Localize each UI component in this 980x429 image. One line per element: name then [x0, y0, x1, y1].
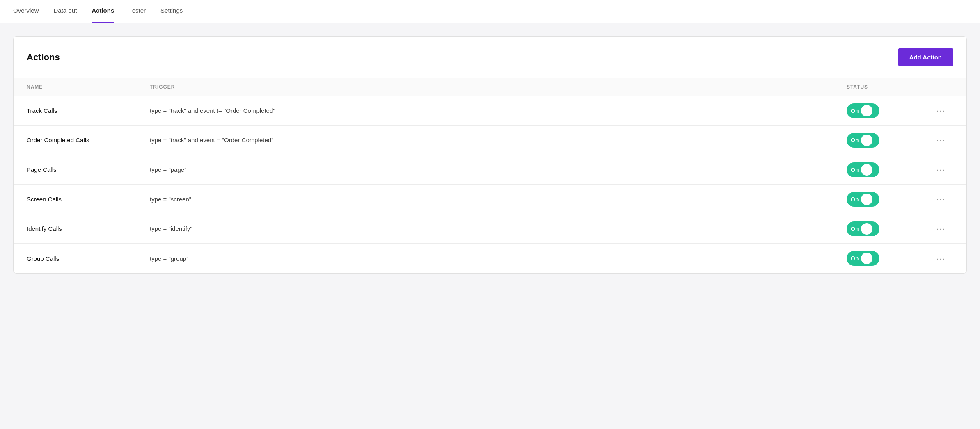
toggle-knob — [861, 135, 872, 146]
more-options-button[interactable]: ··· — [933, 134, 949, 146]
table-row: Order Completed Callstype = "track" and … — [14, 126, 966, 155]
nav-item-overview[interactable]: Overview — [13, 0, 39, 23]
status-toggle[interactable]: On — [847, 221, 879, 236]
toggle-knob — [861, 164, 872, 176]
row-status: On — [847, 162, 929, 177]
more-options-button[interactable]: ··· — [933, 104, 949, 117]
nav-item-data-out[interactable]: Data out — [54, 0, 77, 23]
toggle-knob — [861, 253, 872, 264]
actions-header: Actions Add Action — [14, 37, 966, 78]
table-row: Page Callstype = "page"On··· — [14, 155, 966, 185]
table-row: Identify Callstype = "identify"On··· — [14, 214, 966, 244]
toggle-knob — [861, 194, 872, 205]
nav-item-actions[interactable]: Actions — [92, 0, 114, 23]
more-options-button[interactable]: ··· — [933, 252, 949, 265]
more-options-button[interactable]: ··· — [933, 163, 949, 176]
row-trigger: type = "page" — [150, 166, 847, 173]
toggle-label: On — [851, 107, 859, 114]
toggle-label: On — [851, 255, 859, 262]
row-status: On — [847, 251, 929, 266]
more-options-button[interactable]: ··· — [933, 193, 949, 205]
actions-card: Actions Add Action NAMETRIGGERSTATUS Tra… — [13, 36, 967, 274]
nav-item-tester[interactable]: Tester — [129, 0, 146, 23]
col-header-trigger: TRIGGER — [150, 84, 847, 90]
row-trigger: type = "group" — [150, 255, 847, 262]
row-actions: ··· — [929, 252, 953, 265]
row-actions: ··· — [929, 222, 953, 235]
toggle-knob — [861, 105, 872, 116]
col-header-status: STATUS — [847, 84, 929, 90]
row-status: On — [847, 103, 929, 118]
row-actions: ··· — [929, 163, 953, 176]
row-actions: ··· — [929, 134, 953, 146]
nav-item-settings[interactable]: Settings — [160, 0, 183, 23]
toggle-label: On — [851, 196, 859, 203]
toggle-knob — [861, 223, 872, 235]
table-row: Group Callstype = "group"On··· — [14, 244, 966, 273]
row-trigger: type = "identify" — [150, 225, 847, 232]
table-row: Track Callstype = "track" and event != "… — [14, 96, 966, 126]
status-toggle[interactable]: On — [847, 251, 879, 266]
more-options-button[interactable]: ··· — [933, 222, 949, 235]
row-name: Screen Calls — [27, 196, 150, 203]
col-header-name: NAME — [27, 84, 150, 90]
row-name: Order Completed Calls — [27, 137, 150, 144]
top-nav: OverviewData outActionsTesterSettings — [0, 0, 980, 23]
row-name: Identify Calls — [27, 225, 150, 232]
table-body: Track Callstype = "track" and event != "… — [14, 96, 966, 273]
toggle-label: On — [851, 226, 859, 232]
add-action-button[interactable]: Add Action — [898, 48, 953, 66]
status-toggle[interactable]: On — [847, 162, 879, 177]
status-toggle[interactable]: On — [847, 103, 879, 118]
row-name: Group Calls — [27, 255, 150, 262]
row-actions: ··· — [929, 193, 953, 205]
page-title: Actions — [27, 52, 60, 63]
status-toggle[interactable]: On — [847, 133, 879, 148]
main-content: Actions Add Action NAMETRIGGERSTATUS Tra… — [0, 23, 980, 274]
row-trigger: type = "screen" — [150, 196, 847, 203]
row-status: On — [847, 192, 929, 207]
toggle-label: On — [851, 137, 859, 144]
row-trigger: type = "track" and event = "Order Comple… — [150, 137, 847, 144]
toggle-label: On — [851, 167, 859, 173]
row-status: On — [847, 133, 929, 148]
table-row: Screen Callstype = "screen"On··· — [14, 185, 966, 214]
row-status: On — [847, 221, 929, 236]
row-name: Track Calls — [27, 107, 150, 114]
row-trigger: type = "track" and event != "Order Compl… — [150, 107, 847, 114]
row-actions: ··· — [929, 104, 953, 117]
status-toggle[interactable]: On — [847, 192, 879, 207]
table-header: NAMETRIGGERSTATUS — [14, 78, 966, 96]
row-name: Page Calls — [27, 166, 150, 173]
